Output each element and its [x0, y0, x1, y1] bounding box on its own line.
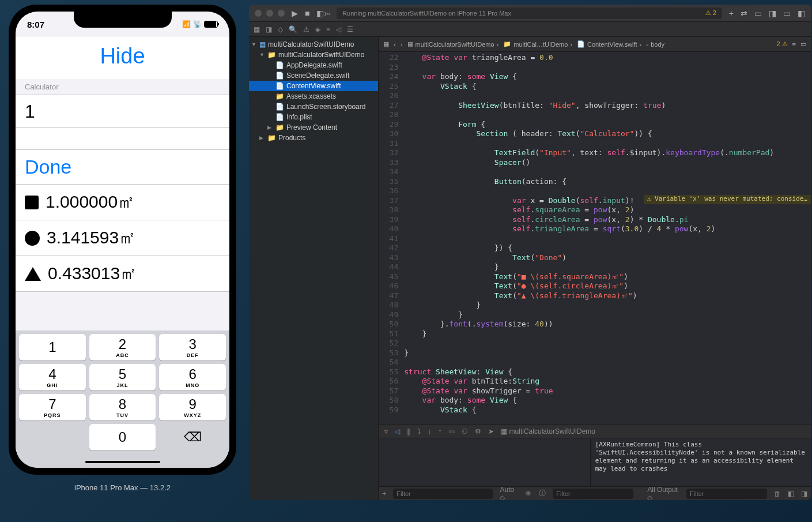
environment-icon[interactable]: ⚙ [475, 427, 481, 435]
memory-graph-icon[interactable]: ⚇ [462, 427, 468, 435]
panel-right-icon[interactable]: ◧ [798, 9, 805, 18]
project-root[interactable]: ▼▦ multiCalculatorSwiftUIDemo [249, 39, 378, 50]
report-navigator-icon[interactable]: ☰ [347, 25, 353, 33]
library-icon[interactable]: ▭ [754, 9, 762, 18]
key-0[interactable]: 0 [89, 424, 156, 450]
close-icon[interactable] [255, 10, 262, 17]
folder-previewcontent[interactable]: ▶📁 Preview Content [249, 122, 378, 133]
split-right-icon[interactable]: ◨ [801, 490, 807, 498]
jump-forward-icon[interactable]: › [401, 41, 403, 48]
key-5[interactable]: 5JKL [89, 364, 156, 390]
hide-debug-icon[interactable]: ▿ [384, 427, 388, 435]
project-group[interactable]: ▼📁 multiCalculatorSwiftUIDemo [249, 50, 378, 60]
file-contentview[interactable]: 📄ContentView.swift [249, 81, 378, 91]
run-button[interactable]: ▶ [292, 9, 298, 18]
editor-options-icon[interactable]: ▭ [800, 40, 806, 48]
hide-button[interactable]: Hide [16, 37, 229, 79]
folder-products[interactable]: ▶📁 Products [249, 133, 378, 143]
jump-layout-icon[interactable]: ▦ [383, 40, 389, 48]
quicklook-icon[interactable]: 👁 [525, 490, 532, 498]
issue-navigator-icon[interactable]: ⚠ [303, 25, 309, 33]
key-8[interactable]: 8TUV [89, 394, 156, 420]
key-3[interactable]: 3DEF [159, 334, 226, 360]
project-navigator-icon[interactable]: ▦ [254, 25, 260, 33]
square-icon [25, 196, 39, 209]
file-appdelegate[interactable]: 📄AppDelegate.swift [249, 60, 378, 70]
status-time: 8:07 [27, 20, 44, 29]
key-9[interactable]: 9WXYZ [159, 394, 226, 420]
file-launchscreen[interactable]: 📄LaunchScreen.storyboard [249, 102, 378, 112]
editor-lines-icon[interactable]: ≡ [792, 41, 796, 48]
panel-bottom-icon[interactable]: ▭ [783, 9, 791, 18]
debug-navigator-icon[interactable]: ≡ [326, 25, 330, 33]
debug-view-icon[interactable]: ▭ [448, 427, 455, 435]
code-content[interactable]: @State var triangleArea = 0.0 var body: … [404, 52, 811, 424]
add-icon[interactable]: + [729, 9, 734, 18]
project-navigator[interactable]: ▼▦ multiCalculatorSwiftUIDemo ▼📁 multiCa… [249, 37, 379, 500]
result-triangle: 0.433013㎡ [16, 256, 229, 292]
scheme-selector[interactable]: ◧›▫ [316, 9, 330, 18]
location-icon[interactable]: ➤ [488, 427, 494, 435]
trash-icon[interactable]: 🗑 [774, 490, 781, 498]
inline-warning[interactable]: ⚠ Variable 'x' was never mutated; consid… [644, 195, 811, 204]
pause-icon[interactable]: ‖ [407, 427, 410, 435]
code-review-icon[interactable]: ⇄ [741, 9, 747, 18]
code-editor[interactable]: 22 23 24 25 26 27 28 29 30 31 32 33 34 3… [379, 52, 811, 424]
jump-group[interactable]: 📁 multiCal…tUIDemo › [503, 40, 572, 48]
file-assets[interactable]: 📁Assets.xcassets [249, 91, 378, 102]
jump-project[interactable]: ▦ multiCalculatorSwiftUIDemo › [407, 40, 499, 48]
notch [74, 12, 172, 28]
home-indicator[interactable] [85, 461, 160, 463]
add-expression-icon[interactable]: + [382, 490, 386, 498]
breakpoints-icon[interactable]: ◁ [395, 427, 400, 435]
key-7[interactable]: 7PQRS [19, 394, 86, 420]
xcode-window: ▶ ■ ◧›▫ Running multiCalculatorSwiftUIDe… [249, 5, 811, 500]
key-1[interactable]: 1 [19, 334, 86, 360]
key-2[interactable]: 2ABC [89, 334, 156, 360]
file-infoplist[interactable]: 📄Info.plist [249, 112, 378, 122]
console-filter[interactable] [686, 489, 767, 499]
circle-value: 3.141593㎡ [47, 226, 136, 250]
info-icon[interactable]: ⓘ [539, 489, 546, 498]
console-output[interactable]: [AXRuntimeCommon] This class 'SwiftUI.Ac… [591, 438, 811, 486]
auto-scope[interactable]: Auto ◇ [500, 486, 518, 501]
input-row[interactable] [16, 95, 229, 128]
source-control-icon[interactable]: ◨ [266, 25, 272, 33]
jump-warnings[interactable]: 2 ⚠ [776, 40, 787, 48]
jump-file[interactable]: 📄 ContentView.swift › [577, 40, 641, 48]
minimize-icon[interactable] [266, 10, 273, 17]
battery-icon [204, 21, 218, 28]
jump-symbol[interactable]: ▫ body [646, 41, 664, 48]
step-out-icon[interactable]: ↑ [438, 427, 441, 435]
output-scope[interactable]: All Output ◇ [647, 486, 679, 501]
step-over-icon[interactable]: ⤵ [417, 427, 421, 435]
phone-screen: 8:07 📶 📡 Hide Calculator Done 1.000000㎡ … [16, 12, 229, 468]
traffic-lights[interactable] [255, 10, 285, 17]
step-into-icon[interactable]: ↓ [428, 427, 431, 435]
done-button[interactable]: Done [16, 150, 229, 185]
jump-bar[interactable]: ▦ ‹ › ▦ multiCalculatorSwiftUIDemo › 📁 m… [379, 37, 811, 52]
symbol-navigator-icon[interactable]: ◇ [278, 25, 283, 33]
navigator-filter[interactable] [393, 489, 493, 499]
stop-button[interactable]: ■ [305, 9, 309, 18]
calculator-input[interactable] [25, 101, 220, 122]
panel-left-icon[interactable]: ◨ [769, 9, 776, 18]
find-navigator-icon[interactable]: 🔍 [289, 25, 297, 33]
titlebar: ▶ ■ ◧›▫ Running multiCalculatorSwiftUIDe… [249, 5, 811, 22]
test-navigator-icon[interactable]: ◈ [315, 25, 320, 33]
variables-view[interactable] [379, 438, 590, 486]
key-6[interactable]: 6MNO [159, 364, 226, 390]
key-backspace[interactable]: ⌫ [159, 424, 226, 450]
file-scenedelegate[interactable]: 📄SceneDelegate.swift [249, 70, 378, 81]
jump-back-icon[interactable]: ‹ [394, 41, 396, 48]
zoom-icon[interactable] [278, 10, 285, 17]
iphone-simulator: 8:07 📶 📡 Hide Calculator Done 1.000000㎡ … [9, 5, 236, 475]
warning-count[interactable]: ⚠ 2 [705, 9, 716, 17]
debug-target[interactable]: ▦ multiCalculatorSwiftUIDemo [501, 427, 595, 435]
variables-filter[interactable] [553, 489, 633, 499]
simulator-device-label: iPhone 11 Pro Max — 13.2.2 [9, 483, 236, 492]
split-left-icon[interactable]: ◧ [788, 490, 794, 498]
breakpoint-navigator-icon[interactable]: ◁ [336, 25, 341, 33]
activity-status: Running multiCalculatorSwiftUIDemo on iP… [337, 7, 722, 19]
key-4[interactable]: 4GHI [19, 364, 86, 390]
